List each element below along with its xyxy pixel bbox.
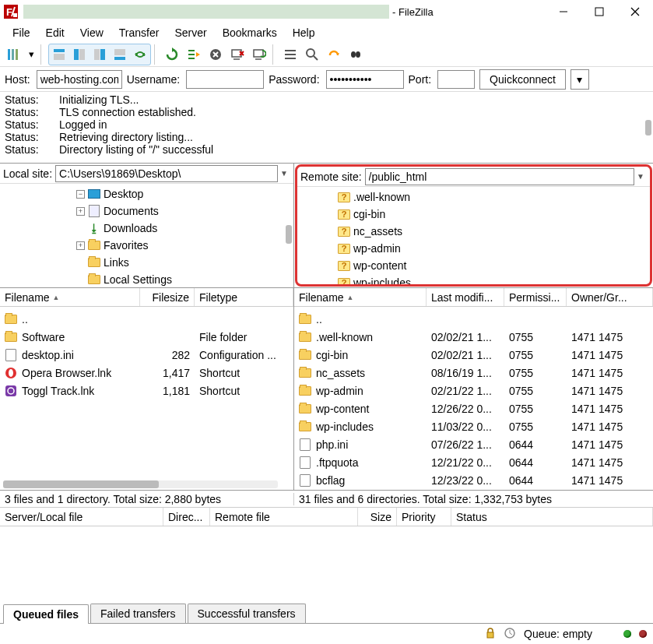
tree-node[interactable]: ?cgi-bin xyxy=(300,206,647,223)
file-row[interactable]: Opera Browser.lnk1,417Shortcut xyxy=(0,364,293,382)
folder-icon xyxy=(299,349,311,361)
minimize-button[interactable] xyxy=(546,0,581,23)
file-row[interactable]: wp-includes11/03/22 0...07551471 1475 xyxy=(294,417,653,435)
process-queue-icon[interactable] xyxy=(184,44,204,65)
quickconnect-button[interactable]: Quickconnect xyxy=(479,69,566,90)
col-filename[interactable]: Filename▲ xyxy=(0,288,140,306)
file-row[interactable]: wp-content12/26/22 0...07551471 1475 xyxy=(294,399,653,417)
toggle-log-icon[interactable] xyxy=(49,44,69,65)
username-input[interactable] xyxy=(186,70,264,89)
file-name: Software xyxy=(22,331,65,343)
qcol-priority[interactable]: Priority xyxy=(397,508,451,526)
local-tree-scrollbar[interactable] xyxy=(286,225,292,244)
find-icon[interactable] xyxy=(346,44,366,65)
file-row[interactable]: .ftpquota12/21/22 0...06441471 1475 xyxy=(294,453,653,471)
tree-expand-icon[interactable]: + xyxy=(76,241,85,250)
qcol-server[interactable]: Server/Local file xyxy=(0,508,163,526)
log-label: Status: xyxy=(5,93,59,106)
remote-site-path-input[interactable] xyxy=(365,168,634,185)
maximize-button[interactable] xyxy=(581,0,617,23)
file-row[interactable]: wp-admin02/21/22 1...07551471 1475 xyxy=(294,382,653,399)
filter-icon[interactable] xyxy=(280,44,300,65)
tree-node[interactable]: ?nc_assets xyxy=(300,223,647,240)
file-row[interactable]: .. xyxy=(0,310,293,328)
menu-help[interactable]: Help xyxy=(285,24,323,41)
file-row[interactable]: Toggl Track.lnk1,181Shortcut xyxy=(0,382,293,399)
qcol-status[interactable]: Status xyxy=(451,508,653,526)
col-filetype[interactable]: Filetype xyxy=(195,288,293,306)
tree-node[interactable]: ?wp-content xyxy=(300,257,647,274)
tree-twisty-none xyxy=(76,276,85,284)
local-site-path-input[interactable] xyxy=(55,165,278,182)
close-button[interactable] xyxy=(617,0,653,23)
file-row[interactable]: nc_assets08/16/19 1...07551471 1475 xyxy=(294,364,653,382)
disconnect-icon[interactable] xyxy=(227,44,248,65)
file-row[interactable]: desktop.ini282Configuration ... xyxy=(0,346,293,364)
log-pane[interactable]: Status:Initializing TLS...Status:TLS con… xyxy=(0,92,653,164)
toggle-queue-icon[interactable] xyxy=(110,44,130,65)
file-row[interactable]: .well-known02/02/21 1...07551471 1475 xyxy=(294,328,653,346)
tab-failed[interactable]: Failed transfers xyxy=(90,604,185,623)
tab-successful[interactable]: Successful transfers xyxy=(188,604,306,623)
col-r-filename[interactable]: Filename▲ xyxy=(294,288,427,306)
file-row[interactable]: SoftwareFile folder xyxy=(0,328,293,346)
toggle-local-tree-icon[interactable] xyxy=(69,44,90,65)
local-h-scrollbar[interactable] xyxy=(3,480,278,488)
queue-indicator-icon xyxy=(504,628,516,641)
refresh-icon[interactable] xyxy=(162,44,182,65)
qcol-size[interactable]: Size xyxy=(358,508,397,526)
sync-browse-icon[interactable] xyxy=(130,44,150,65)
quickconnect-history-drop[interactable]: ▾ xyxy=(570,69,589,90)
cancel-icon[interactable] xyxy=(205,44,226,65)
tree-node[interactable]: −Desktop xyxy=(3,185,290,202)
tree-node[interactable]: Links xyxy=(3,254,290,271)
file-owner: 1471 1475 xyxy=(567,367,653,379)
file-name: .. xyxy=(22,313,28,326)
tree-node[interactable]: ?wp-admin xyxy=(300,240,647,257)
svg-rect-12 xyxy=(74,49,79,60)
site-manager-drop-icon[interactable]: ▾ xyxy=(25,44,37,65)
host-input[interactable] xyxy=(37,70,122,89)
menu-file[interactable]: File xyxy=(5,24,38,41)
auto-icon[interactable] xyxy=(324,44,344,65)
tab-queued[interactable]: Queued files xyxy=(3,604,89,624)
menu-edit[interactable]: Edit xyxy=(38,24,72,41)
local-path-drop-icon[interactable]: ▼ xyxy=(278,169,290,178)
port-input[interactable] xyxy=(437,70,475,89)
file-row[interactable]: .. xyxy=(294,310,653,328)
col-filesize[interactable]: Filesize xyxy=(140,288,195,306)
tree-node[interactable]: ⭳Downloads xyxy=(3,220,290,237)
tree-node[interactable]: ?.well-known xyxy=(300,188,647,206)
file-row[interactable]: bcflag12/23/22 0...06441471 1475 xyxy=(294,471,653,489)
qcol-remote[interactable]: Remote file xyxy=(210,508,358,526)
toggle-remote-tree-icon[interactable] xyxy=(90,44,110,65)
menu-transfer[interactable]: Transfer xyxy=(111,24,167,41)
tree-node-label: wp-content xyxy=(353,259,406,272)
tree-node[interactable]: +Documents xyxy=(3,202,290,220)
tree-node[interactable]: +Favorites xyxy=(3,237,290,254)
svg-rect-11 xyxy=(54,54,65,60)
file-permissions: 0755 xyxy=(504,331,567,343)
tree-collapse-icon[interactable]: − xyxy=(76,190,85,199)
tree-node[interactable]: Local Settings xyxy=(3,271,290,287)
tree-node-label: .well-known xyxy=(353,191,410,203)
qcol-direction[interactable]: Direc... xyxy=(163,508,210,526)
file-type: Configuration ... xyxy=(195,349,293,361)
remote-path-drop-icon[interactable]: ▼ xyxy=(634,172,647,181)
file-row[interactable]: cgi-bin02/02/21 1...07551471 1475 xyxy=(294,346,653,364)
reconnect-icon[interactable] xyxy=(249,44,269,65)
log-scrollbar[interactable] xyxy=(645,120,651,135)
menu-server[interactable]: Server xyxy=(167,24,214,41)
menu-view[interactable]: View xyxy=(72,24,111,41)
menu-bookmarks[interactable]: Bookmarks xyxy=(215,24,285,41)
col-r-modified[interactable]: Last modifi... xyxy=(427,288,504,306)
queue-body[interactable] xyxy=(0,526,653,602)
password-input[interactable] xyxy=(326,70,404,89)
tree-expand-icon[interactable]: + xyxy=(76,207,85,216)
site-manager-icon[interactable] xyxy=(3,44,23,65)
tree-node[interactable]: ?wp-includes xyxy=(300,274,647,284)
file-row[interactable]: php.ini07/26/22 1...06441471 1475 xyxy=(294,435,653,453)
col-r-owner[interactable]: Owner/Gr... xyxy=(567,288,653,306)
col-r-perm[interactable]: Permissi... xyxy=(504,288,567,306)
compare-icon[interactable] xyxy=(302,44,322,65)
